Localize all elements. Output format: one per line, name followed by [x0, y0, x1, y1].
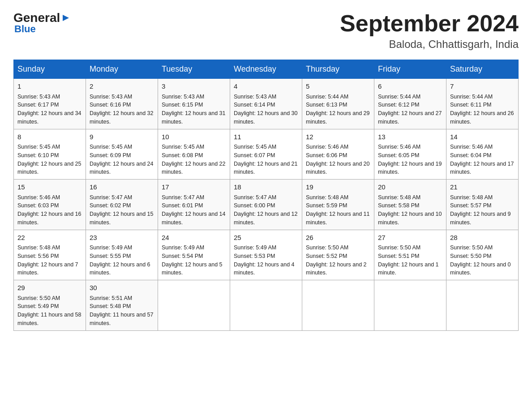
calendar-cell: 7 Sunrise: 5:44 AMSunset: 6:11 PMDayligh… [446, 79, 519, 129]
day-info: Sunrise: 5:48 AMSunset: 5:57 PMDaylight:… [450, 193, 515, 227]
calendar-cell: 12 Sunrise: 5:46 AMSunset: 6:06 PMDaylig… [302, 129, 374, 180]
day-info: Sunrise: 5:50 AMSunset: 5:50 PMDaylight:… [450, 244, 515, 277]
day-info: Sunrise: 5:51 AMSunset: 5:48 PMDaylight:… [90, 294, 154, 328]
calendar-cell: 20 Sunrise: 5:48 AMSunset: 5:58 PMDaylig… [374, 180, 446, 230]
col-tuesday: Tuesday [158, 60, 230, 79]
day-info: Sunrise: 5:43 AMSunset: 6:14 PMDaylight:… [234, 93, 298, 126]
day-info: Sunrise: 5:44 AMSunset: 6:13 PMDaylight:… [306, 93, 370, 126]
title-area: September 2024 Baloda, Chhattisgarh, Ind… [340, 11, 519, 51]
day-info: Sunrise: 5:47 AMSunset: 6:01 PMDaylight:… [162, 193, 226, 227]
day-number: 24 [162, 233, 226, 243]
day-info: Sunrise: 5:45 AMSunset: 6:09 PMDaylight:… [90, 143, 154, 176]
calendar-cell: 18 Sunrise: 5:47 AMSunset: 6:00 PMDaylig… [230, 180, 302, 230]
day-number: 8 [17, 132, 82, 142]
col-saturday: Saturday [446, 60, 519, 79]
calendar-week-row: 8 Sunrise: 5:45 AMSunset: 6:10 PMDayligh… [14, 129, 519, 180]
calendar-cell: 9 Sunrise: 5:45 AMSunset: 6:09 PMDayligh… [86, 129, 158, 180]
day-number: 7 [450, 81, 515, 92]
day-number: 9 [90, 132, 154, 142]
day-number: 20 [378, 182, 442, 193]
svg-marker-0 [63, 15, 69, 21]
day-info: Sunrise: 5:49 AMSunset: 5:55 PMDaylight:… [90, 244, 154, 277]
day-number: 30 [90, 283, 154, 293]
calendar-cell: 10 Sunrise: 5:45 AMSunset: 6:08 PMDaylig… [158, 129, 230, 180]
day-number: 1 [17, 81, 82, 92]
calendar-cell: 17 Sunrise: 5:47 AMSunset: 6:01 PMDaylig… [158, 180, 230, 230]
day-number: 22 [17, 233, 82, 243]
day-info: Sunrise: 5:45 AMSunset: 6:07 PMDaylight:… [234, 143, 298, 176]
day-number: 26 [306, 233, 370, 243]
calendar-cell: 27 Sunrise: 5:50 AMSunset: 5:51 PMDaylig… [374, 230, 446, 280]
day-number: 4 [234, 81, 298, 92]
day-number: 18 [234, 182, 298, 193]
calendar-cell: 8 Sunrise: 5:45 AMSunset: 6:10 PMDayligh… [14, 129, 86, 180]
calendar-table: Sunday Monday Tuesday Wednesday Thursday… [13, 60, 519, 331]
day-info: Sunrise: 5:43 AMSunset: 6:15 PMDaylight:… [162, 93, 226, 126]
calendar-cell: 6 Sunrise: 5:44 AMSunset: 6:12 PMDayligh… [374, 79, 446, 129]
day-number: 17 [162, 182, 226, 193]
day-info: Sunrise: 5:47 AMSunset: 6:00 PMDaylight:… [234, 193, 298, 227]
day-info: Sunrise: 5:44 AMSunset: 6:12 PMDaylight:… [378, 93, 442, 126]
calendar-cell: 22 Sunrise: 5:48 AMSunset: 5:56 PMDaylig… [14, 230, 86, 280]
day-number: 10 [162, 132, 226, 142]
day-info: Sunrise: 5:46 AMSunset: 6:06 PMDaylight:… [306, 143, 370, 176]
day-info: Sunrise: 5:46 AMSunset: 6:05 PMDaylight:… [378, 143, 442, 176]
col-friday: Friday [374, 60, 446, 79]
day-info: Sunrise: 5:50 AMSunset: 5:51 PMDaylight:… [378, 244, 442, 277]
calendar-cell: 3 Sunrise: 5:43 AMSunset: 6:15 PMDayligh… [158, 79, 230, 129]
day-number: 25 [234, 233, 298, 243]
day-info: Sunrise: 5:44 AMSunset: 6:11 PMDaylight:… [450, 93, 515, 126]
col-thursday: Thursday [302, 60, 374, 79]
calendar-cell: 4 Sunrise: 5:43 AMSunset: 6:14 PMDayligh… [230, 79, 302, 129]
logo-triangle-icon [61, 13, 71, 23]
calendar-header-row: Sunday Monday Tuesday Wednesday Thursday… [14, 60, 519, 79]
day-number: 14 [450, 132, 515, 142]
calendar-cell: 14 Sunrise: 5:46 AMSunset: 6:04 PMDaylig… [446, 129, 519, 180]
col-sunday: Sunday [14, 60, 86, 79]
day-info: Sunrise: 5:45 AMSunset: 6:08 PMDaylight:… [162, 143, 226, 176]
day-info: Sunrise: 5:46 AMSunset: 6:04 PMDaylight:… [450, 143, 515, 176]
page-header: General Blue September 2024 Baloda, Chha… [13, 11, 519, 51]
calendar-cell: 28 Sunrise: 5:50 AMSunset: 5:50 PMDaylig… [446, 230, 519, 280]
calendar-cell [158, 280, 230, 331]
calendar-cell: 26 Sunrise: 5:50 AMSunset: 5:52 PMDaylig… [302, 230, 374, 280]
month-title: September 2024 [340, 11, 519, 36]
day-number: 2 [90, 81, 154, 92]
day-info: Sunrise: 5:48 AMSunset: 5:56 PMDaylight:… [17, 244, 82, 277]
day-number: 28 [450, 233, 515, 243]
day-info: Sunrise: 5:49 AMSunset: 5:54 PMDaylight:… [162, 244, 226, 277]
day-number: 5 [306, 81, 370, 92]
calendar-cell: 19 Sunrise: 5:48 AMSunset: 5:59 PMDaylig… [302, 180, 374, 230]
day-info: Sunrise: 5:48 AMSunset: 5:59 PMDaylight:… [306, 193, 370, 227]
calendar-cell: 2 Sunrise: 5:43 AMSunset: 6:16 PMDayligh… [86, 79, 158, 129]
calendar-cell [374, 280, 446, 331]
calendar-cell: 29 Sunrise: 5:50 AMSunset: 5:49 PMDaylig… [14, 280, 86, 331]
calendar-cell [230, 280, 302, 331]
day-info: Sunrise: 5:46 AMSunset: 6:03 PMDaylight:… [17, 193, 82, 227]
day-info: Sunrise: 5:43 AMSunset: 6:16 PMDaylight:… [90, 93, 154, 126]
calendar-cell [302, 280, 374, 331]
day-number: 13 [378, 132, 442, 142]
col-monday: Monday [86, 60, 158, 79]
calendar-cell: 25 Sunrise: 5:49 AMSunset: 5:53 PMDaylig… [230, 230, 302, 280]
day-info: Sunrise: 5:50 AMSunset: 5:52 PMDaylight:… [306, 244, 370, 277]
calendar-cell: 5 Sunrise: 5:44 AMSunset: 6:13 PMDayligh… [302, 79, 374, 129]
day-number: 21 [450, 182, 515, 193]
day-number: 27 [378, 233, 442, 243]
calendar-cell: 1 Sunrise: 5:43 AMSunset: 6:17 PMDayligh… [14, 79, 86, 129]
calendar-cell: 23 Sunrise: 5:49 AMSunset: 5:55 PMDaylig… [86, 230, 158, 280]
calendar-cell: 30 Sunrise: 5:51 AMSunset: 5:48 PMDaylig… [86, 280, 158, 331]
calendar-cell: 11 Sunrise: 5:45 AMSunset: 6:07 PMDaylig… [230, 129, 302, 180]
location-title: Baloda, Chhattisgarh, India [340, 38, 519, 51]
calendar-week-row: 29 Sunrise: 5:50 AMSunset: 5:49 PMDaylig… [14, 280, 519, 331]
day-number: 3 [162, 81, 226, 92]
day-info: Sunrise: 5:45 AMSunset: 6:10 PMDaylight:… [17, 143, 82, 176]
calendar-cell: 13 Sunrise: 5:46 AMSunset: 6:05 PMDaylig… [374, 129, 446, 180]
calendar-week-row: 1 Sunrise: 5:43 AMSunset: 6:17 PMDayligh… [14, 79, 519, 129]
calendar-week-row: 15 Sunrise: 5:46 AMSunset: 6:03 PMDaylig… [14, 180, 519, 230]
day-number: 12 [306, 132, 370, 142]
day-info: Sunrise: 5:43 AMSunset: 6:17 PMDaylight:… [17, 93, 82, 126]
day-number: 23 [90, 233, 154, 243]
day-info: Sunrise: 5:48 AMSunset: 5:58 PMDaylight:… [378, 193, 442, 227]
calendar-cell [446, 280, 519, 331]
